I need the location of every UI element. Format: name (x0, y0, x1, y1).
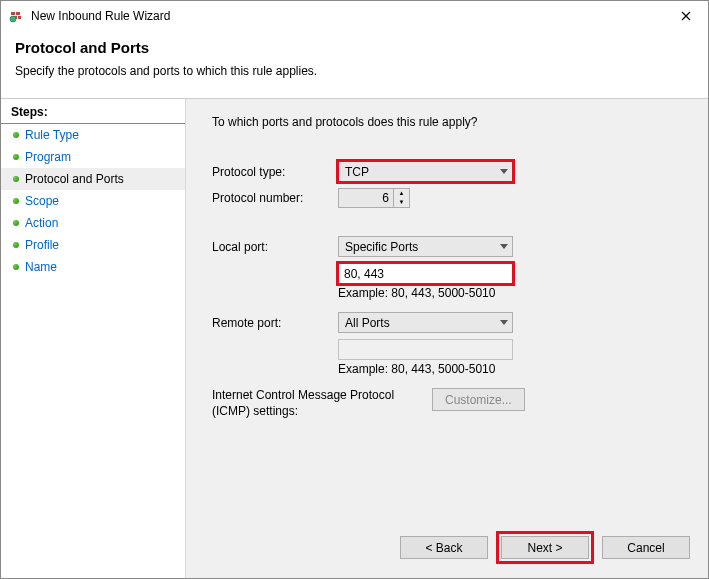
window-title: New Inbound Rule Wizard (31, 9, 663, 23)
remote-port-example: Example: 80, 443, 5000-5010 (338, 362, 690, 376)
step-protocol-and-ports[interactable]: Protocol and Ports (1, 168, 185, 190)
icmp-label: Internet Control Message Protocol (ICMP)… (212, 388, 432, 419)
local-port-select[interactable]: Specific Ports (338, 236, 513, 257)
protocol-number-value: 6 (339, 191, 393, 205)
remote-port-select[interactable]: All Ports (338, 312, 513, 333)
svg-rect-0 (11, 12, 15, 15)
local-port-select-value: Specific Ports (345, 240, 418, 254)
local-port-input-row (212, 263, 690, 284)
steps-header: Steps: (1, 101, 185, 124)
step-program[interactable]: Program (1, 146, 185, 168)
prompt-text: To which ports and protocols does this r… (212, 115, 690, 129)
bullet-icon (13, 242, 19, 248)
protocol-number-row: Protocol number: 6 ▲ ▼ (212, 188, 690, 208)
bullet-icon (13, 220, 19, 226)
steps-sidebar: Steps: Rule Type Program Protocol and Po… (1, 99, 186, 578)
spinner-up-icon[interactable]: ▲ (394, 189, 409, 198)
bullet-icon (13, 132, 19, 138)
next-highlight: Next > (496, 531, 594, 564)
bullet-icon (13, 176, 19, 182)
spinner-down-icon[interactable]: ▼ (394, 198, 409, 207)
step-action[interactable]: Action (1, 212, 185, 234)
svg-rect-1 (16, 12, 20, 15)
local-port-row: Local port: Specific Ports (212, 236, 690, 257)
protocol-type-label: Protocol type: (212, 165, 338, 179)
page-subtitle: Specify the protocols and ports to which… (15, 64, 694, 78)
firewall-icon (9, 8, 25, 24)
remote-port-label: Remote port: (212, 316, 338, 330)
local-port-example: Example: 80, 443, 5000-5010 (338, 286, 690, 300)
remote-port-select-value: All Ports (345, 316, 390, 330)
body-area: Steps: Rule Type Program Protocol and Po… (1, 99, 708, 578)
protocol-number-spinner[interactable]: 6 ▲ ▼ (338, 188, 410, 208)
close-button[interactable] (663, 1, 708, 31)
bullet-icon (13, 198, 19, 204)
step-label: Scope (25, 194, 59, 208)
step-label: Action (25, 216, 58, 230)
wizard-window: New Inbound Rule Wizard Protocol and Por… (0, 0, 709, 579)
back-button[interactable]: < Back (400, 536, 488, 559)
local-port-input[interactable] (338, 263, 513, 284)
content-pane: To which ports and protocols does this r… (186, 99, 708, 578)
cancel-button[interactable]: Cancel (602, 536, 690, 559)
remote-port-input-row (212, 339, 690, 360)
local-port-label: Local port: (212, 240, 338, 254)
step-name[interactable]: Name (1, 256, 185, 278)
step-scope[interactable]: Scope (1, 190, 185, 212)
customize-button: Customize... (432, 388, 525, 411)
chevron-down-icon (500, 244, 508, 249)
page-title: Protocol and Ports (15, 39, 694, 56)
protocol-type-select[interactable]: TCP (338, 161, 513, 182)
bullet-icon (13, 154, 19, 160)
protocol-type-row: Protocol type: TCP (212, 161, 690, 182)
header-area: Protocol and Ports Specify the protocols… (1, 31, 708, 99)
remote-port-input (338, 339, 513, 360)
step-profile[interactable]: Profile (1, 234, 185, 256)
bullet-icon (13, 264, 19, 270)
remote-port-row: Remote port: All Ports (212, 312, 690, 333)
svg-rect-3 (18, 16, 21, 19)
protocol-type-value: TCP (345, 165, 369, 179)
step-label: Program (25, 150, 71, 164)
spinner-arrows[interactable]: ▲ ▼ (393, 189, 409, 207)
step-label: Name (25, 260, 57, 274)
step-label: Profile (25, 238, 59, 252)
chevron-down-icon (500, 320, 508, 325)
titlebar: New Inbound Rule Wizard (1, 1, 708, 31)
step-label: Rule Type (25, 128, 79, 142)
chevron-down-icon (500, 169, 508, 174)
protocol-number-label: Protocol number: (212, 191, 338, 205)
next-button[interactable]: Next > (501, 536, 589, 559)
button-bar: < Back Next > Cancel (400, 531, 690, 564)
icmp-row: Internet Control Message Protocol (ICMP)… (212, 388, 690, 419)
step-label: Protocol and Ports (25, 172, 124, 186)
svg-point-4 (10, 16, 16, 22)
step-rule-type[interactable]: Rule Type (1, 124, 185, 146)
